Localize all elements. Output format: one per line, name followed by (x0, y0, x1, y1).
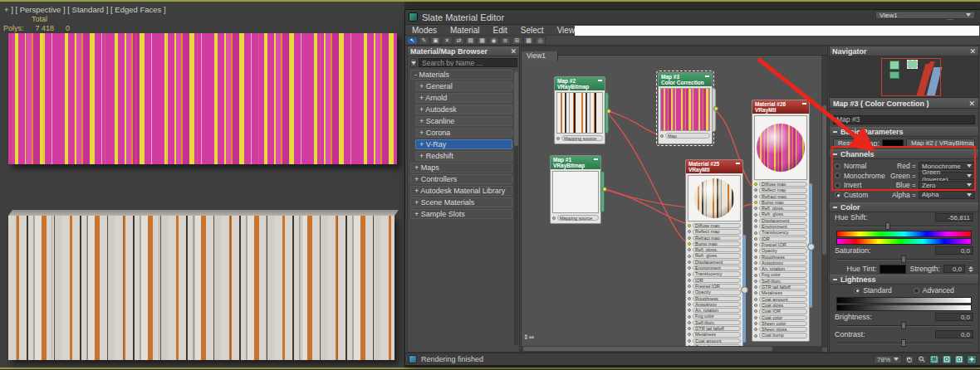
material-slot[interactable]: IOR (688, 278, 741, 283)
rollout-basic-parameters[interactable]: Basic Parameters (830, 127, 978, 137)
browser-item[interactable]: + Autodesk (415, 105, 512, 114)
browser-item[interactable]: + Redshift (415, 151, 512, 161)
brightness-slider[interactable] (836, 322, 972, 329)
zoom-region-icon[interactable] (929, 355, 939, 364)
menu-item[interactable]: Select (514, 25, 551, 36)
close-icon[interactable]: ✕ (510, 47, 517, 56)
reset-button[interactable]: Reset (833, 139, 860, 148)
contrast-slider[interactable] (836, 339, 972, 347)
channel-dropdown[interactable]: Green (Inverse) (919, 172, 975, 180)
zoom-extents-icon[interactable] (942, 355, 952, 364)
select-tool-icon[interactable]: ↖ (407, 37, 418, 45)
browser-item[interactable]: + Sample Slots (410, 209, 512, 219)
material-slot[interactable]: IOR (754, 236, 807, 241)
rollout-channels[interactable]: Channels (830, 149, 978, 159)
material-slot[interactable]: Refr. gloss. (754, 212, 807, 217)
material-slot[interactable]: GTR tail falloff (688, 326, 741, 331)
mapping-source-socket[interactable] (556, 137, 560, 140)
viewport-label[interactable]: + ] [ Perspective ] [ Standard ] [ Edged… (4, 5, 166, 14)
zoom-level-dropdown[interactable]: 78% (874, 355, 902, 364)
material-slot[interactable]: Metalness (754, 290, 807, 295)
material-slot[interactable]: An. rotation (688, 308, 741, 313)
browser-item[interactable]: + Maps (410, 163, 512, 173)
node-scroll-rail[interactable] (809, 183, 812, 308)
navigator-header[interactable]: Navigator✕ (830, 46, 978, 56)
node-map3-color-correction[interactable]: Map #3 Color Correction Map (658, 72, 713, 144)
layout-children-icon[interactable]: ⊞ (512, 37, 522, 45)
node-scroll-rail[interactable] (742, 235, 746, 343)
saturation-slider[interactable] (836, 256, 972, 263)
map-source-button[interactable]: Map #2 ( VRayBitmap ) (906, 139, 975, 148)
browser-options-button[interactable] (410, 58, 417, 67)
view-vertical-scrollbar[interactable] (821, 56, 827, 348)
material-slot[interactable]: Anisotropy (754, 260, 807, 265)
material-slot[interactable]: Opacity (688, 290, 741, 295)
material-slot[interactable]: GTR tail falloff (754, 285, 807, 290)
material-slot[interactable]: Reflect map (688, 229, 741, 234)
material-slot[interactable]: Anisotropy (688, 302, 741, 307)
minimap-view-rect[interactable] (881, 58, 941, 96)
navigator-minimap[interactable] (830, 56, 978, 98)
view-selector-dropdown[interactable]: View1 (875, 11, 975, 19)
channel-mode-radio[interactable]: Invert (835, 181, 886, 189)
view-pan-icons[interactable]: ⇕⇔ (523, 334, 534, 341)
zoom-tool-icon[interactable]: ◎ (535, 37, 546, 45)
material-slot[interactable]: Sheen color (754, 321, 807, 326)
browser-item[interactable]: + Scene Materials (410, 197, 512, 207)
browser-item[interactable]: + Autodesk Material Library (410, 186, 512, 196)
node-map1-vraybitmap[interactable]: Map #1 VRayBitmap Mapping source (550, 155, 601, 224)
material-slot[interactable]: Displacement (688, 260, 741, 265)
show-end-result-icon[interactable]: ◉ (488, 37, 499, 45)
material-slot[interactable]: Coat amount (754, 297, 807, 302)
material-slot[interactable]: Refract map (688, 236, 741, 241)
material-slot[interactable]: Refl. gloss. (688, 247, 741, 252)
material-slot[interactable]: Coat amount (688, 338, 741, 343)
channel-mode-radio[interactable]: Normal (835, 162, 886, 170)
lightness-standard-radio[interactable]: Standard (854, 286, 892, 295)
layout-all-icon[interactable]: ≡ (500, 37, 511, 45)
rollout-color[interactable]: Color (830, 202, 978, 212)
mapping-source-socket[interactable] (552, 217, 556, 220)
hue-shift-slider[interactable] (836, 222, 972, 230)
browser-scrollbar[interactable] (514, 71, 518, 345)
material-slot[interactable]: Coat bump (754, 333, 807, 338)
material-slot[interactable]: Environment (688, 265, 741, 270)
hue-shift-value[interactable]: -56,811 (935, 213, 973, 222)
map-color-swatch[interactable] (882, 139, 904, 148)
parameter-editor-header[interactable]: Map #3 ( Color Correction )✕ (830, 98, 978, 109)
map-input-socket[interactable] (660, 134, 664, 138)
material-slot[interactable]: Translucency (688, 271, 741, 276)
close-icon[interactable]: ✕ (968, 100, 975, 108)
material-slot[interactable]: Self-illum. (754, 279, 807, 284)
hide-unused-nodeslots-icon[interactable]: ▤ (465, 37, 476, 45)
material-slot[interactable]: Self-illum. (688, 320, 741, 325)
material-slot[interactable]: Roughness (754, 255, 807, 260)
material-slot[interactable]: Bump map (688, 241, 741, 246)
channel-mode-radio[interactable]: Monochrome (835, 172, 886, 180)
show-background-icon[interactable]: ▦ (477, 37, 488, 45)
close-icon[interactable]: ✕ (969, 47, 976, 56)
channel-mode-radio[interactable]: Custom (835, 191, 886, 199)
channel-dropdown[interactable]: Zero (919, 181, 975, 189)
material-slot[interactable]: Fresnel IOR (688, 284, 741, 289)
contrast-value[interactable]: 0,0 (935, 330, 973, 338)
material-slot[interactable]: Opacity (754, 248, 807, 253)
material-slot[interactable]: Coat color (754, 315, 807, 320)
material-slot[interactable]: Refr. gloss. (688, 253, 741, 258)
browser-header[interactable]: Material/Map Browser✕ (408, 46, 519, 56)
saturation-value[interactable]: 0,0 (935, 246, 973, 255)
lightness-advanced-radio[interactable]: Advanced (914, 286, 954, 295)
hue-tint-swatch[interactable] (880, 265, 906, 274)
put-material-to-scene-icon[interactable]: ▣ (430, 37, 441, 45)
browser-item[interactable]: + Scanline (415, 116, 512, 126)
material-slot[interactable]: Metalness (688, 332, 741, 337)
browser-item[interactable]: + Corona (415, 128, 512, 138)
node-material-b-vraymtl[interactable]: Material #26 VRayMtl Diffuse map (752, 100, 810, 342)
move-children-icon[interactable]: ⇄ (453, 37, 464, 45)
material-slot[interactable]: Fresnel IOR (754, 242, 807, 247)
browser-item[interactable]: + Controllers (410, 174, 512, 184)
menu-item[interactable]: Modes (405, 25, 443, 36)
material-slot[interactable]: Roughness (688, 296, 741, 301)
pan-hand-icon[interactable] (904, 355, 914, 364)
zoom-extents-selected-icon[interactable] (954, 355, 964, 364)
